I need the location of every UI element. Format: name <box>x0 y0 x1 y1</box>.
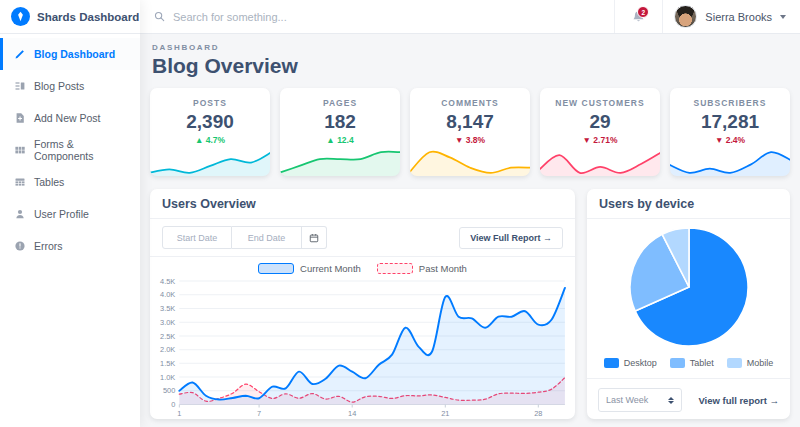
comments-sparkline <box>410 146 530 176</box>
past-month-swatch <box>377 263 413 274</box>
brand-title: Shards Dashboard <box>37 11 139 23</box>
sidebar-item-label: Forms & Components <box>34 138 130 162</box>
start-date-input[interactable] <box>162 226 232 249</box>
trend-up-icon: ▲ <box>326 135 334 145</box>
svg-text:0: 0 <box>171 400 175 409</box>
legend-desktop: Desktop <box>604 358 657 368</box>
stat-delta: ▲ 4.7% <box>150 135 270 145</box>
stat-delta: ▼ 2.71% <box>540 135 660 145</box>
subscribers-sparkline <box>670 146 790 176</box>
user-name: Sierra Brooks <box>705 11 772 23</box>
legend-mobile: Mobile <box>727 358 774 368</box>
users-by-device-pie-chart[interactable] <box>625 223 753 351</box>
users-overview-chart-area: 05001.0K1.5K2.0K2.5K3.0K3.5K4.0K4.5K1714… <box>150 275 575 419</box>
stat-label: POSTS <box>150 98 270 108</box>
search-bar <box>140 0 614 33</box>
sidebar-item-label: Tables <box>34 176 64 188</box>
legend-current-month: Current Month <box>258 263 361 274</box>
sidebar-item-label: Errors <box>34 240 63 252</box>
stat-card-pages: PAGES 182 ▲ 12.4 <box>280 88 400 176</box>
sidebar-item-errors[interactable]: Errors <box>0 230 140 262</box>
stat-delta: ▼ 2.4% <box>670 135 790 145</box>
sidebar-item-label: Blog Posts <box>34 80 84 92</box>
error-icon <box>13 240 26 253</box>
caret-down-icon <box>780 15 786 19</box>
stat-card-new-customers: NEW CUSTOMERS 29 ▼ 2.71% <box>540 88 660 176</box>
stat-value: 8,147 <box>410 111 530 133</box>
stat-value: 2,390 <box>150 111 270 133</box>
users-overview-card: Users Overview View Full Report → Curren… <box>150 189 575 419</box>
time-range-select[interactable]: Last Week <box>598 388 682 412</box>
svg-text:7: 7 <box>257 409 261 418</box>
sidebar-item-label: User Profile <box>34 208 89 220</box>
legend-past-month: Past Month <box>377 263 467 274</box>
table-icon <box>13 176 26 189</box>
top-navbar: 2 Sierra Brooks <box>140 0 800 34</box>
breadcrumb: DASHBOARD <box>150 43 790 52</box>
svg-text:2.0K: 2.0K <box>160 345 175 354</box>
sidebar-item-label: Add New Post <box>34 112 101 124</box>
svg-text:500: 500 <box>163 386 175 395</box>
charts-row: Users Overview View Full Report → Curren… <box>150 189 790 419</box>
legend-tablet: Tablet <box>670 358 714 368</box>
device-legend: Desktop Tablet Mobile <box>587 351 790 378</box>
end-date-input[interactable] <box>232 226 302 249</box>
new-customers-sparkline <box>540 146 660 176</box>
edit-icon <box>13 48 26 61</box>
svg-text:3.5K: 3.5K <box>160 304 175 313</box>
stat-label: PAGES <box>280 98 400 108</box>
view-full-report-link[interactable]: View full report → <box>698 395 779 406</box>
navbar-actions: 2 Sierra Brooks <box>614 0 800 33</box>
svg-text:1.0K: 1.0K <box>160 373 175 382</box>
shards-logo-icon <box>11 7 30 26</box>
svg-text:3.0K: 3.0K <box>160 318 175 327</box>
trend-down-icon: ▼ <box>455 135 463 145</box>
tablet-swatch <box>670 358 685 368</box>
trend-down-icon: ▼ <box>715 135 723 145</box>
note-add-icon <box>13 112 26 125</box>
sidebar-item-blog-posts[interactable]: Blog Posts <box>0 70 140 102</box>
calendar-icon <box>309 233 319 243</box>
svg-text:14: 14 <box>348 409 356 418</box>
stat-card-posts: POSTS 2,390 ▲ 4.7% <box>150 88 270 176</box>
search-icon <box>154 11 165 22</box>
current-month-swatch <box>258 263 294 274</box>
person-icon <box>13 208 26 221</box>
svg-text:2.5K: 2.5K <box>160 332 175 341</box>
stat-card-subscribers: SUBSCRIBERS 17,281 ▼ 2.4% <box>670 88 790 176</box>
svg-text:4.0K: 4.0K <box>160 290 175 299</box>
sidebar-item-tables[interactable]: Tables <box>0 166 140 198</box>
user-menu[interactable]: Sierra Brooks <box>662 0 800 33</box>
users-overview-title: Users Overview <box>150 189 575 219</box>
sidebar-nav: Blog Dashboard Blog Posts Add New Post F… <box>0 34 140 262</box>
stat-label: SUBSCRIBERS <box>670 98 790 108</box>
sidebar-item-forms-components[interactable]: Forms & Components <box>0 134 140 166</box>
stat-label: COMMENTS <box>410 98 530 108</box>
stat-delta: ▼ 3.8% <box>410 135 530 145</box>
brand[interactable]: Shards Dashboard <box>0 0 140 34</box>
svg-text:4.5K: 4.5K <box>160 277 175 286</box>
users-by-device-title: Users by device <box>587 189 790 219</box>
page-title: Blog Overview <box>150 52 790 88</box>
stat-value: 17,281 <box>670 111 790 133</box>
notifications-button[interactable]: 2 <box>614 0 662 33</box>
sidebar-item-add-new-post[interactable]: Add New Post <box>0 102 140 134</box>
svg-text:28: 28 <box>534 409 542 418</box>
calendar-button[interactable] <box>302 226 327 249</box>
users-by-device-card: Users by device Desktop Tablet Mobile <box>587 189 790 419</box>
stat-label: NEW CUSTOMERS <box>540 98 660 108</box>
users-overview-chart[interactable]: 05001.0K1.5K2.0K2.5K3.0K3.5K4.0K4.5K1714… <box>152 276 571 418</box>
sidebar-item-user-profile[interactable]: User Profile <box>0 198 140 230</box>
device-footer: Last Week View full report → <box>587 378 790 419</box>
svg-text:21: 21 <box>441 409 449 418</box>
pages-sparkline <box>280 146 400 176</box>
posts-sparkline <box>150 146 270 176</box>
overview-legend: Current Month Past Month <box>150 257 575 275</box>
notifications-badge: 2 <box>637 6 649 18</box>
users-overview-toolbar: View Full Report → <box>150 219 575 257</box>
sidebar-item-blog-dashboard[interactable]: Blog Dashboard <box>0 38 140 70</box>
mobile-swatch <box>727 358 742 368</box>
view-full-report-button[interactable]: View Full Report → <box>459 227 563 249</box>
date-range-group <box>162 226 327 249</box>
search-input[interactable] <box>173 11 600 23</box>
